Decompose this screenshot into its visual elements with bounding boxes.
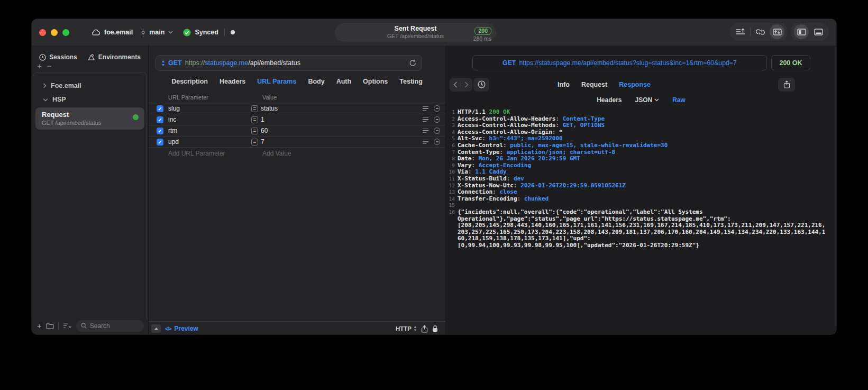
response-nav-row: InfoRequestResponse [446, 77, 836, 92]
request-tab-description[interactable]: Description [171, 78, 208, 85]
value-type-equals-icon[interactable]: = [251, 116, 258, 123]
line-number [446, 242, 455, 249]
param-enabled-checkbox[interactable]: ✓ [157, 105, 163, 112]
param-name-field[interactable]: rtm [168, 127, 251, 134]
request-list-item-selected[interactable]: Request GET /api/embed/status [35, 107, 144, 130]
titlebar-divider [224, 29, 225, 36]
minimize-window-button[interactable] [51, 29, 58, 36]
chevron-down-icon[interactable] [168, 31, 173, 34]
value-type-equals-icon[interactable]: = [251, 105, 258, 112]
add-url-parameter-field[interactable]: Add URL Parameter [168, 150, 262, 157]
response-raw-body[interactable]: 1HTTP/1.1 200 OK2Access-Control-Allow-He… [446, 107, 836, 335]
new-folder-icon[interactable] [46, 323, 54, 329]
request-url-bar[interactable]: GET https://statuspage.me/api/embed/stat… [156, 55, 422, 71]
response-request-line[interactable]: GEThttps://statuspage.me/api/embed/statu… [472, 55, 767, 70]
param-name-field[interactable]: upd [168, 138, 251, 146]
code-line: 16{"incidents":null,"overall":{"code":"o… [446, 209, 836, 216]
remove-param-icon[interactable] [434, 105, 440, 112]
subtab-label: JSON [635, 96, 653, 104]
sync-loop-icon[interactable] [753, 24, 768, 39]
preview-button[interactable]: </>Preview [165, 325, 198, 332]
request-tab-auth[interactable]: Auth [336, 78, 351, 85]
request-tab-url-params[interactable]: URL Params [257, 78, 296, 85]
request-tab-testing[interactable]: Testing [399, 78, 423, 85]
close-window-button[interactable] [39, 29, 46, 36]
param-enabled-checkbox[interactable]: ✓ [157, 139, 163, 146]
remove-session-button[interactable]: − [47, 62, 52, 71]
remove-param-icon[interactable] [434, 116, 440, 123]
search-input[interactable]: Search [76, 320, 144, 332]
request-url[interactable]: https://statuspage.me/api/embed/status [185, 59, 406, 67]
method-stepper-icon[interactable] [161, 60, 165, 66]
toggle-left-panel-icon[interactable] [794, 24, 809, 39]
sort-list-icon[interactable] [63, 323, 72, 329]
tab-sessions[interactable]: Sessions [39, 52, 77, 62]
response-tab-info[interactable]: Info [558, 81, 570, 88]
add-value-field[interactable]: Add Value [262, 150, 291, 157]
param-enabled-checkbox[interactable]: ✓ [157, 128, 163, 134]
request-tab-body[interactable]: Body [308, 78, 324, 85]
url-host: statuspage.me [205, 59, 248, 67]
param-name-field[interactable]: inc [168, 116, 251, 123]
zoom-window-button[interactable] [62, 29, 69, 36]
toggle-bottom-panel-icon[interactable] [811, 24, 826, 39]
tree-item-foe-email[interactable]: Foe.email [33, 79, 147, 93]
request-panel-footer: </>Preview HTTP [149, 321, 445, 335]
remove-param-icon[interactable] [434, 128, 440, 134]
branch-icon [141, 29, 145, 37]
share-icon[interactable] [421, 325, 428, 333]
export-list-icon[interactable] [733, 24, 748, 39]
response-status-box: 200 OK [771, 55, 810, 70]
tree-item-hsp[interactable]: HSP [33, 93, 147, 106]
response-tab-request[interactable]: Request [581, 81, 607, 88]
request-panel: GET https://statuspage.me/api/embed/stat… [149, 46, 446, 335]
resend-request-icon[interactable] [770, 24, 784, 39]
param-name-field[interactable]: slug [168, 105, 251, 112]
project-name[interactable]: foe.email [104, 29, 133, 36]
tab-environments[interactable]: Environments [88, 52, 141, 62]
response-method: GET [502, 59, 516, 67]
export-response-icon[interactable] [778, 78, 795, 92]
request-method[interactable]: GET [168, 59, 182, 67]
param-value-field[interactable]: 60 [261, 127, 268, 134]
project-cluster: foe.email main Synced [92, 29, 235, 37]
sidebar-toolbar: + Search [32, 318, 148, 335]
add-session-button[interactable]: + [37, 62, 42, 71]
column-value: Value [262, 94, 277, 101]
http-version-selector[interactable]: HTTP [396, 325, 417, 332]
line-number [446, 216, 455, 223]
add-request-button[interactable]: + [37, 321, 42, 330]
response-top-row: GEThttps://statuspage.me/api/embed/statu… [472, 55, 810, 70]
request-tab-options[interactable]: Options [363, 78, 388, 85]
tree-item-label: HSP [52, 96, 66, 103]
request-status-pill[interactable]: Sent Request GET /api/embed/status 200 2… [335, 23, 496, 42]
environments-icon [88, 54, 95, 61]
multiline-text-icon[interactable] [423, 106, 428, 111]
tab-environments-label: Environments [98, 53, 141, 61]
param-enabled-checkbox[interactable]: ✓ [157, 116, 163, 123]
chevron-down-icon[interactable] [43, 98, 48, 102]
response-subtab-headers[interactable]: Headers [597, 96, 622, 104]
response-subtab-raw[interactable]: Raw [672, 96, 686, 104]
response-tab-response[interactable]: Response [619, 81, 651, 88]
history-clock-icon[interactable] [473, 78, 489, 92]
expand-panel-button[interactable] [151, 324, 161, 333]
column-url-parameter: URL Parameter [168, 94, 262, 101]
value-type-equals-icon[interactable]: = [251, 128, 258, 134]
branch-name[interactable]: main [149, 29, 165, 36]
refresh-icon[interactable] [409, 59, 416, 67]
history-forward-icon[interactable] [464, 81, 469, 88]
remove-param-icon[interactable] [434, 139, 440, 145]
param-value-field[interactable]: status [261, 105, 278, 112]
multiline-text-icon[interactable] [423, 140, 428, 144]
lock-icon[interactable] [432, 325, 438, 332]
param-value-field[interactable]: 7 [261, 138, 264, 146]
multiline-text-icon[interactable] [423, 129, 428, 133]
response-subtab-json[interactable]: JSON [635, 96, 660, 104]
chevron-right-icon[interactable] [43, 83, 47, 88]
param-value-field[interactable]: 1 [261, 116, 264, 123]
history-back-icon[interactable] [453, 81, 458, 88]
multiline-text-icon[interactable] [423, 117, 428, 122]
value-type-equals-icon[interactable]: = [251, 139, 258, 146]
request-tab-headers[interactable]: Headers [220, 78, 245, 85]
